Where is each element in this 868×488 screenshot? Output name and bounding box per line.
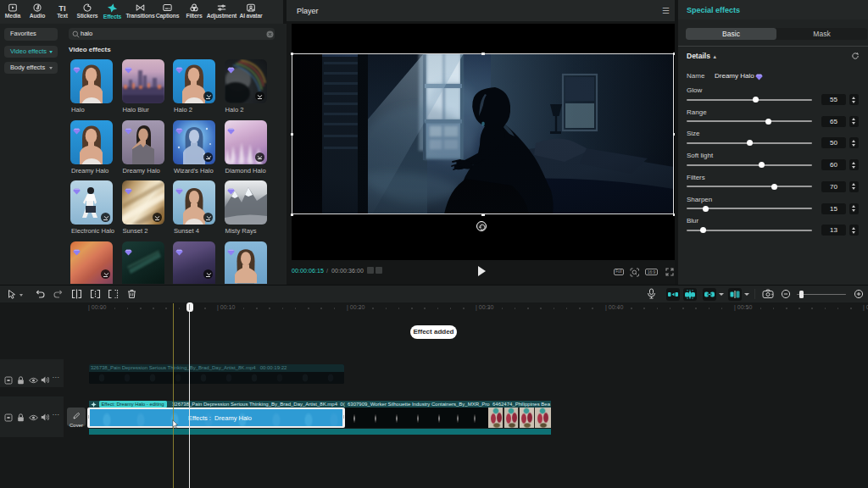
- svg-text:TI: TI: [58, 4, 65, 13]
